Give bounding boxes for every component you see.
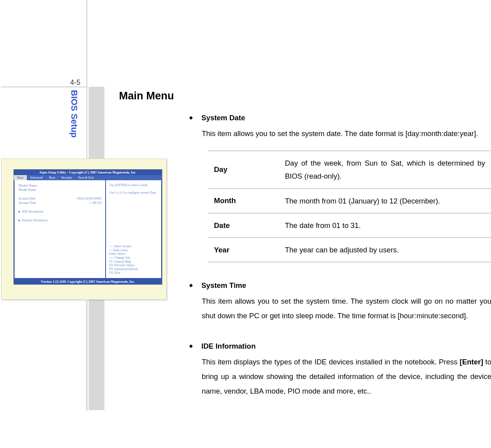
bios-footer: Version 1.23.1109. Copyright (C) 2007 Am… bbox=[14, 279, 162, 284]
bios-tab-security: Security bbox=[58, 175, 75, 180]
content-section: ◆ System Date This item allows you to se… bbox=[189, 114, 491, 398]
bios-help-top: Use [ENTER] to select a field. Use [+], … bbox=[109, 183, 158, 195]
term-month: Month bbox=[208, 189, 279, 213]
bios-screenshot-wrapper: Atpio Setup Utility - Copyright (C) 2007… bbox=[1, 159, 167, 300]
desc-month: The month from 01 (January) to 12 (Decem… bbox=[279, 189, 491, 213]
triangle-icon: ▶ bbox=[19, 210, 20, 213]
bios-help-line2: Use [+], [-] to configure system Date. bbox=[109, 191, 158, 195]
bios-help-line1: Use [ENTER] to select a field. bbox=[109, 183, 158, 187]
bios-keymap: ↔: Select Screen ↑↓:Select Item Enter: S… bbox=[109, 245, 158, 275]
bios-key-5: F1: General Help bbox=[109, 260, 158, 264]
bios-tab-main: Main bbox=[14, 175, 27, 180]
bios-tab-saveexit: Save & Exit bbox=[75, 175, 97, 180]
system-time-desc: This item allows you to set the system t… bbox=[202, 294, 491, 323]
bios-key-8: F4: Save bbox=[109, 271, 158, 275]
gray-sidebar-top bbox=[89, 87, 104, 159]
bios-market-name: Market Name bbox=[19, 183, 101, 188]
bios-ide-info: IDE Infomation bbox=[22, 209, 43, 213]
table-row: Year The year can be adjusted by users. bbox=[208, 238, 491, 262]
diamond-icon: ◆ bbox=[189, 282, 193, 290]
vertical-divider-bottom bbox=[87, 301, 87, 411]
bullet-ide-info: ◆ IDE Information bbox=[189, 342, 491, 351]
bios-key-4: +/-: Change Opt. bbox=[109, 256, 158, 260]
table-row: Day Day of the week, from Sun to Sat, wh… bbox=[208, 151, 491, 189]
triangle-icon: ▶ bbox=[19, 219, 20, 222]
table-row: Month The month from 01 (January) to 12 … bbox=[208, 189, 491, 213]
bios-window: Atpio Setup Utility - Copyright (C) 2007… bbox=[13, 169, 162, 285]
bios-tab-advanced: Advanced bbox=[27, 175, 46, 180]
bios-key-3: Enter: Select bbox=[109, 252, 158, 256]
bios-tab-boot: Boot bbox=[46, 175, 58, 180]
system-time-heading: System Time bbox=[201, 281, 246, 290]
ide-desc-part1: This item displays the types of the IDE … bbox=[202, 358, 459, 366]
term-year: Year bbox=[208, 238, 279, 262]
vertical-divider-top bbox=[87, 0, 87, 159]
bios-key-2: ↑↓:Select Item bbox=[109, 248, 158, 252]
diamond-icon: ◆ bbox=[189, 115, 193, 122]
system-date-heading: System Date bbox=[201, 114, 245, 122]
bios-sysdate-value: [Wed 02/04/2008] bbox=[77, 196, 101, 201]
gray-sidebar-bottom bbox=[89, 300, 104, 410]
term-day: Day bbox=[208, 151, 279, 189]
bullet-system-time: ◆ System Time bbox=[189, 281, 491, 290]
bios-model-name: Model Name bbox=[19, 188, 101, 192]
ide-info-heading: IDE Information bbox=[201, 342, 256, 351]
bios-body: Market Name Model Name System Date [Wed … bbox=[14, 180, 162, 279]
bios-right-panel: Use [ENTER] to select a field. Use [+], … bbox=[105, 180, 161, 278]
desc-year: The year can be adjusted by users. bbox=[279, 238, 491, 262]
bios-sys-info: System Infomation bbox=[22, 218, 48, 222]
date-format-table: Day Day of the week, from Sun to Sat, wh… bbox=[208, 151, 491, 262]
sidebar-title: BIOS Setup bbox=[69, 90, 79, 138]
desc-date: The date from 01 to 31. bbox=[279, 213, 491, 237]
ide-desc-bold: [Enter] bbox=[459, 358, 483, 366]
bios-tabs: Main Advanced Boot Security Save & Exit bbox=[14, 175, 162, 180]
page-number-underline bbox=[1, 87, 87, 87]
bios-key-6: F2: Previous Values bbox=[109, 263, 158, 267]
desc-day: Day of the week, from Sun to Sat, which … bbox=[279, 151, 491, 189]
diamond-icon: ◆ bbox=[189, 343, 193, 351]
bios-systime-label: System Time bbox=[19, 201, 36, 205]
term-date: Date bbox=[208, 213, 279, 237]
system-date-desc: This item allows you to set the system d… bbox=[202, 126, 491, 141]
bios-key-7: F9: Optimized Default bbox=[109, 267, 158, 271]
bios-left-panel: Market Name Model Name System Date [Wed … bbox=[15, 180, 105, 278]
table-row: Date The date from 01 to 31. bbox=[208, 213, 491, 237]
page-number: 4-5 bbox=[70, 78, 80, 87]
bios-sysdate-label: System Date bbox=[19, 196, 35, 201]
ide-info-desc: This item displays the types of the IDE … bbox=[202, 355, 491, 398]
bios-systime-value: [ :08:53] bbox=[90, 201, 102, 205]
bios-header: Atpio Setup Utility - Copyright (C) 2007… bbox=[14, 170, 162, 175]
main-title: Main Menu bbox=[119, 90, 174, 102]
bullet-system-date: ◆ System Date bbox=[189, 114, 491, 122]
bios-key-1: ↔: Select Screen bbox=[109, 245, 158, 248]
